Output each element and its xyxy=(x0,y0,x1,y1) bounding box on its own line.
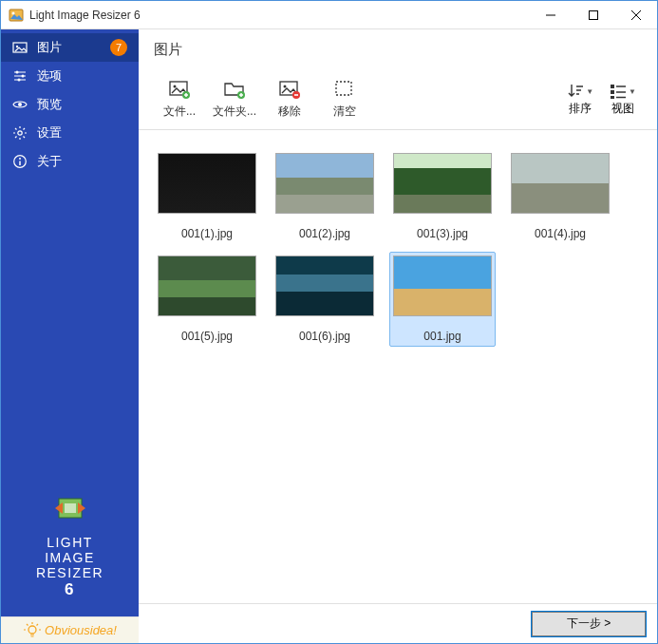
svg-point-20 xyxy=(284,85,287,88)
images-count-badge: 7 xyxy=(110,39,127,56)
add-file-icon xyxy=(168,79,191,100)
thumbnail-label: 001(2).jpg xyxy=(299,227,350,240)
view-button[interactable]: ▼ 视图 xyxy=(603,78,642,121)
svg-rect-23 xyxy=(611,85,614,88)
svg-rect-22 xyxy=(336,82,351,95)
minimize-button[interactable] xyxy=(529,1,572,28)
titlebar-controls xyxy=(529,1,657,28)
svg-point-16 xyxy=(174,85,177,88)
thumbnail-label: 001(3).jpg xyxy=(417,227,468,240)
sliders-icon xyxy=(12,68,28,84)
chevron-down-icon: ▼ xyxy=(586,87,593,96)
thumbnail-item[interactable]: 001.jpg xyxy=(389,252,496,347)
svg-rect-24 xyxy=(611,90,614,94)
thumbnail-label: 001(4).jpg xyxy=(535,227,586,240)
add-file-button[interactable]: 文件... xyxy=(154,75,205,124)
sidebar-item-label: 设置 xyxy=(37,124,127,142)
svg-point-11 xyxy=(19,158,21,160)
remove-button[interactable]: 移除 xyxy=(264,75,315,124)
thumbnail-image xyxy=(158,256,256,316)
thumbnail-label: 001(5).jpg xyxy=(181,330,233,343)
main-panel: 图片 文件... 文件夹... 移除 清空 xyxy=(139,29,657,643)
svg-rect-25 xyxy=(611,96,614,99)
bottom-bar: 下一步 > xyxy=(139,603,657,643)
app-window: Light Image Resizer 6 图片 7 选项 预览 xyxy=(0,0,658,644)
svg-point-9 xyxy=(18,131,22,135)
svg-point-6 xyxy=(22,75,25,78)
app-icon xyxy=(9,8,24,23)
gear-icon xyxy=(12,125,28,141)
images-icon xyxy=(12,40,28,55)
thumbnail-image xyxy=(511,153,610,214)
sidebar-item-label: 图片 xyxy=(37,39,110,56)
toolbar: 文件... 文件夹... 移除 清空 ▼ xyxy=(139,69,657,130)
app-body: 图片 7 选项 预览 设置 关于 xyxy=(1,29,657,643)
window-title: Light Image Resizer 6 xyxy=(29,9,529,22)
sidebar-item-about[interactable]: 关于 xyxy=(1,147,139,176)
thumbnail-image xyxy=(275,153,374,214)
thumbnail-image xyxy=(158,153,256,214)
thumbnail-area[interactable]: 001(1).jpg001(2).jpg001(3).jpg001(4).jpg… xyxy=(139,130,657,603)
sidebar-logo: LIGHT IMAGE RESIZER 6 xyxy=(1,489,139,616)
sidebar-item-label: 预览 xyxy=(37,96,127,113)
titlebar[interactable]: Light Image Resizer 6 xyxy=(1,1,657,29)
next-button[interactable]: 下一步 > xyxy=(532,612,646,636)
svg-point-4 xyxy=(16,46,18,47)
thumbnail-item[interactable]: 001(3).jpg xyxy=(389,149,496,244)
clear-icon xyxy=(333,79,356,100)
sidebar: 图片 7 选项 预览 设置 关于 xyxy=(1,29,139,643)
sidebar-item-options[interactable]: 选项 xyxy=(1,62,139,90)
view-icon xyxy=(609,82,628,101)
vendor-brand[interactable]: Obviousidea! xyxy=(1,616,139,643)
thumbnail-image xyxy=(393,153,492,214)
thumbnail-label: 001(1).jpg xyxy=(181,227,233,240)
svg-point-14 xyxy=(28,626,36,634)
thumbnail-label: 001.jpg xyxy=(423,330,461,343)
thumbnail-image xyxy=(393,256,492,316)
thumbnail-image xyxy=(275,256,374,316)
sort-button[interactable]: ▼ 排序 xyxy=(560,78,599,121)
add-folder-icon xyxy=(223,79,246,100)
thumbnail-label: 001(6).jpg xyxy=(299,330,350,343)
app-logo-icon xyxy=(51,489,89,527)
remove-icon xyxy=(278,79,301,100)
chevron-down-icon: ▼ xyxy=(629,87,636,96)
maximize-button[interactable] xyxy=(572,1,614,28)
thumbnail-item[interactable]: 001(2).jpg xyxy=(272,149,378,244)
info-icon xyxy=(12,154,28,169)
sidebar-item-label: 选项 xyxy=(37,67,127,85)
svg-point-8 xyxy=(18,103,22,106)
lightbulb-icon xyxy=(23,621,42,640)
sidebar-item-preview[interactable]: 预览 xyxy=(1,90,139,119)
sort-icon xyxy=(566,82,585,101)
svg-point-5 xyxy=(16,71,19,74)
sidebar-item-settings[interactable]: 设置 xyxy=(1,119,139,147)
sidebar-nav: 图片 7 选项 预览 设置 关于 xyxy=(1,29,139,176)
page-title: 图片 xyxy=(139,29,657,69)
thumbnail-item[interactable]: 001(5).jpg xyxy=(154,252,260,347)
close-button[interactable] xyxy=(614,1,657,28)
sidebar-item-label: 关于 xyxy=(37,153,127,170)
add-folder-button[interactable]: 文件夹... xyxy=(209,75,260,124)
svg-point-7 xyxy=(18,79,21,82)
eye-icon xyxy=(12,97,28,112)
thumbnail-grid: 001(1).jpg001(2).jpg001(3).jpg001(4).jpg… xyxy=(154,149,642,347)
app-logo-text: LIGHT IMAGE RESIZER 6 xyxy=(1,535,139,599)
thumbnail-item[interactable]: 001(4).jpg xyxy=(507,149,613,244)
svg-rect-2 xyxy=(589,10,597,19)
sidebar-item-images[interactable]: 图片 7 xyxy=(1,33,139,62)
thumbnail-item[interactable]: 001(6).jpg xyxy=(272,252,378,347)
svg-rect-13 xyxy=(65,503,76,513)
thumbnail-item[interactable]: 001(1).jpg xyxy=(154,149,260,244)
clear-button[interactable]: 清空 xyxy=(319,75,370,124)
